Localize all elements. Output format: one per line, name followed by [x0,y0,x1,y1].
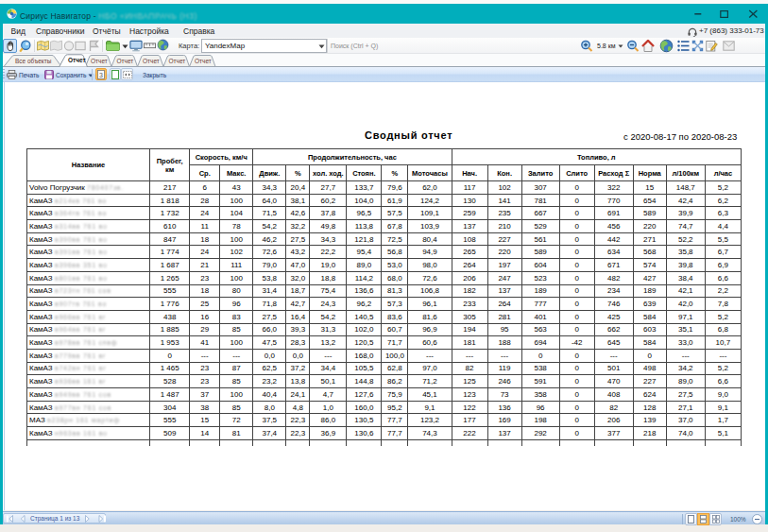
svg-text:3: 3 [99,72,103,78]
